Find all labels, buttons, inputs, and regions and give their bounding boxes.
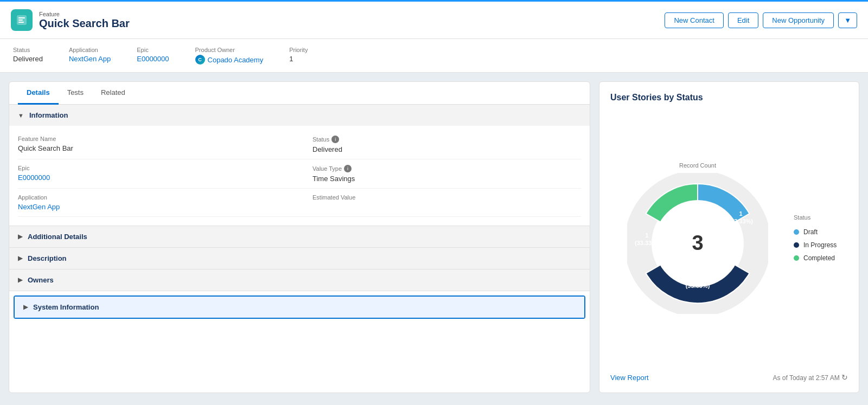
header-left: Feature Quick Search Bar [11, 9, 130, 31]
legend-title: Status [794, 214, 848, 221]
section-system-information: ▶ System Information [14, 295, 585, 319]
section-system-information-label: System Information [33, 303, 99, 311]
meta-application-label: Application [69, 47, 111, 53]
field-estimated-value: Estimated Value ✏ [299, 189, 581, 217]
tab-tests[interactable]: Tests [59, 82, 92, 105]
legend-item-completed: Completed [794, 254, 848, 262]
section-toggle-icon: ▼ [18, 112, 24, 119]
meta-epic: Epic E0000000 [137, 47, 169, 65]
legend-item-in-progress: In Progress [794, 241, 848, 249]
meta-application-value[interactable]: NextGen App [69, 55, 111, 63]
fields-grid: Feature Name Quick Search Bar ✏ Status i… [9, 126, 590, 226]
field-feature-name: Feature Name Quick Search Bar ✏ [18, 130, 299, 159]
section-additional-details-label: Additional Details [28, 233, 87, 241]
section-additional-details-header[interactable]: ▶ Additional Details [9, 226, 590, 247]
header-title-group: Feature Quick Search Bar [39, 11, 130, 30]
field-application-label: Application [18, 194, 286, 201]
chart-subtitle: Record Count [679, 162, 716, 169]
value-type-info-icon[interactable]: i [344, 165, 352, 172]
section-owners-label: Owners [28, 276, 54, 284]
new-opportunity-button[interactable]: New Opportunity [763, 12, 834, 28]
field-feature-name-value: Quick Search Bar ✏ [18, 144, 286, 152]
legend-dot-draft [794, 229, 799, 235]
segment-label-draft: 1 (33.33%) [729, 210, 753, 226]
field-value-type: Value Type i Time Savings ✏ [299, 159, 581, 189]
field-epic-value[interactable]: E0000000 ✏ [18, 173, 286, 182]
svg-text:3: 3 [692, 232, 703, 254]
field-status-label: Status i [312, 136, 568, 143]
section-information: ▼ Information Feature Name Quick Search … [9, 105, 590, 226]
segment-label-completed: 1 (33.33%) [635, 232, 659, 247]
page-title: Quick Search Bar [39, 17, 130, 30]
meta-priority-value: 1 [289, 55, 308, 63]
section-additional-details: ▶ Additional Details [9, 226, 590, 248]
meta-status-value: Delivered [13, 55, 43, 63]
legend-dot-completed [794, 255, 799, 261]
main-content: Details Tests Related ▼ Information Feat… [0, 73, 868, 402]
refresh-icon[interactable]: ↻ [841, 373, 848, 382]
field-epic: Epic E0000000 ✏ [18, 159, 299, 189]
meta-priority: Priority 1 [289, 47, 308, 65]
chart-area: Record Count [610, 111, 848, 364]
section-owners-header[interactable]: ▶ Owners [9, 269, 590, 291]
left-panel: Details Tests Related ▼ Information Feat… [9, 81, 590, 393]
section-system-information-header[interactable]: ▶ System Information [15, 297, 584, 318]
section-description-label: Description [28, 254, 67, 262]
section-toggle-system-icon: ▶ [23, 304, 28, 311]
meta-product-owner-value[interactable]: C Copado Academy [195, 55, 264, 65]
new-contact-button[interactable]: New Contact [665, 12, 723, 28]
tab-related[interactable]: Related [92, 82, 134, 105]
tab-details[interactable]: Details [18, 82, 59, 105]
meta-epic-value[interactable]: E0000000 [137, 55, 169, 63]
field-value-type-label: Value Type i [312, 165, 568, 172]
donut-chart: 3 1 (33.33%) 1 (33.33%) [627, 173, 768, 314]
field-estimated-value-value: ✏ [312, 203, 568, 210]
field-estimated-value-label: Estimated Value [312, 194, 568, 201]
svg-rect-2 [18, 20, 23, 21]
segment-label-in-progress: 1 (33.33%) [686, 274, 710, 290]
section-toggle-description-icon: ▶ [18, 255, 22, 262]
chart-timestamp: As of Today at 2:57 AM ↻ [773, 373, 848, 382]
view-report-link[interactable]: View Report [610, 374, 649, 382]
page-header: Feature Quick Search Bar New Contact Edi… [0, 0, 868, 39]
status-info-icon[interactable]: i [331, 136, 339, 143]
field-epic-label: Epic [18, 165, 286, 171]
field-status-value: Delivered ✏ [312, 145, 568, 153]
dropdown-button[interactable]: ▼ [838, 12, 857, 28]
svg-rect-3 [18, 22, 24, 23]
meta-priority-label: Priority [289, 47, 308, 53]
field-application-value[interactable]: NextGen App ✏ [18, 203, 286, 211]
legend-label-draft: Draft [803, 228, 818, 236]
section-information-header[interactable]: ▼ Information [9, 105, 590, 126]
meta-bar: Status Delivered Application NextGen App… [0, 39, 868, 73]
copado-icon: C [195, 55, 205, 65]
right-panel: User Stories by Status Record Count [599, 81, 859, 393]
field-value-type-value: Time Savings ✏ [312, 175, 568, 183]
section-toggle-additional-icon: ▶ [18, 233, 22, 240]
field-feature-name-label: Feature Name [18, 136, 286, 142]
legend-label-completed: Completed [803, 254, 835, 262]
legend-item-draft: Draft [794, 228, 848, 236]
tabs: Details Tests Related [9, 82, 590, 105]
field-application: Application NextGen App ✏ [18, 189, 299, 217]
meta-product-owner-label: Product Owner [195, 47, 264, 53]
chart-legend: Status Draft In Progress Completed [794, 214, 848, 262]
legend-dot-in-progress [794, 242, 799, 248]
header-subtitle: Feature [39, 11, 130, 17]
edit-button[interactable]: Edit [728, 12, 758, 28]
feature-icon [11, 9, 33, 31]
meta-product-owner: Product Owner C Copado Academy [195, 47, 264, 65]
meta-epic-label: Epic [137, 47, 169, 53]
section-owners: ▶ Owners [9, 269, 590, 291]
svg-rect-1 [18, 17, 25, 18]
section-information-label: Information [29, 111, 68, 119]
section-toggle-owners-icon: ▶ [18, 277, 22, 284]
field-status: Status i Delivered ✏ [299, 130, 581, 159]
meta-status-label: Status [13, 47, 43, 53]
section-description: ▶ Description [9, 248, 590, 269]
section-description-header[interactable]: ▶ Description [9, 248, 590, 269]
meta-status: Status Delivered [13, 47, 43, 65]
chart-title: User Stories by Status [610, 93, 848, 102]
header-actions: New Contact Edit New Opportunity ▼ [665, 12, 857, 28]
meta-application: Application NextGen App [69, 47, 111, 65]
